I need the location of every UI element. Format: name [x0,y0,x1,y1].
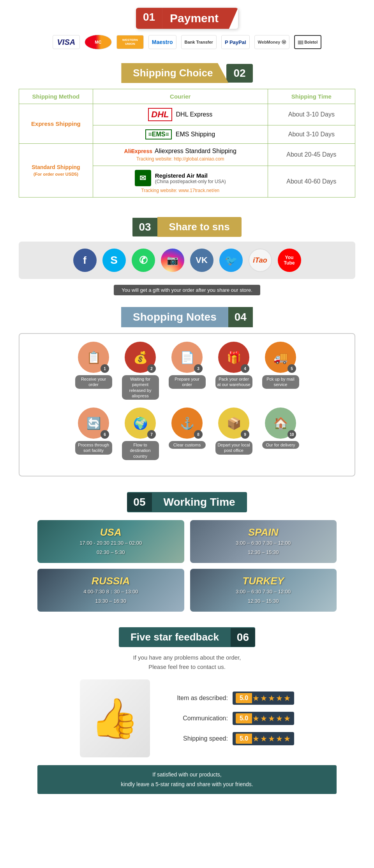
payment-icons-row: VISA MC WESTERNUNION Maestro Bank Transf… [0,35,374,49]
ems-name: EMS Shipping [176,131,215,138]
ems-courier-cell: ≡EMS≡ EMS Shipping [93,125,268,144]
facebook-icon[interactable]: f [73,249,97,272]
western-union-icon: WESTERNUNION [116,35,144,49]
footer-line2: kindly leave a 5-star rating and share w… [121,781,253,787]
note-badge-4: 4 [241,364,249,373]
list-item: 🚚 5 Pck up by mail service [261,342,300,400]
dhl-logo: DHL [148,108,172,121]
russia-card: RUSSIA 4:00-7:30 8：30 – 13:0013:30 – 16:… [37,569,184,612]
usa-content: USA 17:00 - 20:30 21:30 – 02:0002:30 – 5… [79,526,142,557]
working-title: Working Time [152,492,247,512]
list-item: 🔄 6 Process through sort facility [74,408,113,460]
instagram-icon[interactable]: 📷 [161,249,184,272]
note-badge-9: 9 [241,430,249,439]
bank-transfer-icon: Bank Transfer [181,35,217,49]
feedback-content: 👍 Item as described: 5.0 ★ ★ ★ ★ ★ Commu… [0,679,374,757]
working-num: 05 [127,493,152,512]
twitter-icon[interactable]: 🐦 [219,249,243,272]
note-icon-1: 📋 1 [78,342,109,373]
rating-score-described: 5.0 ★ ★ ★ ★ ★ [233,692,294,705]
star-14: ★ [276,734,283,743]
skype-icon[interactable]: S [102,249,126,272]
note-label-6: Process through sort facility [75,441,112,455]
sns-title: Share to sns [157,217,242,237]
star-15: ★ [284,734,291,743]
rating-row-shipping: Shipping speed: 5.0 ★ ★ ★ ★ ★ [162,732,294,745]
dhl-courier-cell: DHL DHL Express [93,104,268,125]
notes-title: Shopping Notes [121,307,228,327]
usa-card: USA 17:00 - 20:30 21:30 – 02:0002:30 – 5… [37,520,184,563]
rating-label-communication: Communication: [162,715,228,722]
dhl-time: About 3-10 Days [268,104,355,125]
itao-icon[interactable]: iTao [249,249,272,272]
spain-times: 3:00 – 6:30 7:30 – 12:0012:30 – 15:30 [236,538,291,557]
shipping-col-courier: Courier [93,89,268,104]
russia-content: RUSSIA 4:00-7:30 8：30 – 13:0013:30 – 16:… [83,575,138,605]
feedback-section: Five star feedback 06 If you have any pr… [0,619,374,802]
ali-logo: AliExpress [124,148,152,154]
list-item: 💰 2 Waiting for payment released by alix… [121,342,160,400]
note-icon-2: 💰 2 [125,342,156,373]
note-label-10: Our for delivery [262,441,299,449]
express-label: Express Shipping [31,120,81,127]
note-badge-2: 2 [147,364,156,373]
star-11: ★ [252,734,259,743]
rating-row-communication: Communication: 5.0 ★ ★ ★ ★ ★ [162,712,294,725]
sns-section: 03 Share to sns f S ✆ 📷 VK 🐦 iTao YouTub… [0,209,374,299]
feedback-subtitle: If you have any problems about the order… [0,653,374,672]
turkey-times: 3:00 – 6:30 7:30 – 12:0012:30 – 15:30 [236,587,291,605]
paypal-icon: P PayPal [221,35,250,49]
webmoney-icon: WebMoney ⓦ [254,35,289,49]
youtube-icon[interactable]: YouTube [278,249,301,272]
note-badge-6: 6 [101,430,109,439]
star-6: ★ [252,714,259,723]
note-badge-8: 8 [194,430,203,439]
shipping-title: Shipping Choice [121,63,228,83]
notes-container: 📋 1 Receive your order 💰 2 Waiting for p… [19,333,355,476]
working-grid: USA 17:00 - 20:30 21:30 – 02:0002:30 – 5… [37,520,337,612]
ali-name: Aliexpress Standard Shipping [155,148,236,155]
note-icon-3: 📄 3 [171,342,203,373]
standard-sub: (For order over USD5) [34,172,78,176]
star-3: ★ [268,693,275,703]
shipping-col-time: Shipping Time [268,89,355,104]
working-header: 05 Working Time [127,492,247,512]
note-label-1: Receive your order [75,375,112,389]
boletol-icon: ||||| Boletol [294,35,322,49]
note-label-4: Pack your order at our warehouse [215,375,252,389]
turkey-name: TURKEY [236,575,291,587]
vk-icon[interactable]: VK [190,249,213,272]
star-1: ★ [252,693,259,703]
note-icon-8: ⚓ 8 [171,408,203,439]
maestro-icon: Maestro [148,35,176,49]
note-icon-6: 🔄 6 [78,408,109,439]
star-2: ★ [260,693,267,703]
note-icon-4: 🎁 4 [218,342,249,373]
list-item: 🌍 7 Flow to destination country [121,408,160,460]
star-5: ★ [284,693,291,703]
note-icon-9: 📦 9 [218,408,249,439]
payment-section: 01 Payment VISA MC WESTERNUNION Maestro … [0,0,374,55]
airmail-tracking: Tracking website: www.17track.net/en [99,188,262,193]
note-icon-10: 🏠 10 [265,408,296,439]
payment-header: 01 Payment [136,8,238,29]
table-row: Standard Shipping (For order over USD5) … [19,144,355,166]
rating-row-described: Item as described: 5.0 ★ ★ ★ ★ ★ [162,692,294,705]
usa-times: 17:00 - 20:30 21:30 – 02:0002:30 – 5:30 [79,538,142,557]
standard-label: Standard Shipping [25,164,87,170]
rating-label-described: Item as described: [162,695,228,702]
note-label-3: Prepare your order [169,375,206,389]
score-value-1: 5.0 [236,693,252,703]
whatsapp-icon[interactable]: ✆ [132,249,155,272]
feedback-title: Five star feedback [119,627,231,647]
notes-num: 04 [228,307,253,327]
sns-header: 03 Share to sns [132,217,241,237]
sns-num: 03 [132,218,157,236]
airmail-time: About 40-60 Days [268,166,355,198]
feedback-line1: If you have any problems about the order… [133,654,241,661]
thumbs-up-image: 👍 [80,679,150,757]
list-item: 🏠 10 Our for delivery [261,408,300,460]
feedback-header: Five star feedback 06 [119,627,255,647]
star-4: ★ [276,693,283,703]
visa-icon: VISA [53,35,80,49]
